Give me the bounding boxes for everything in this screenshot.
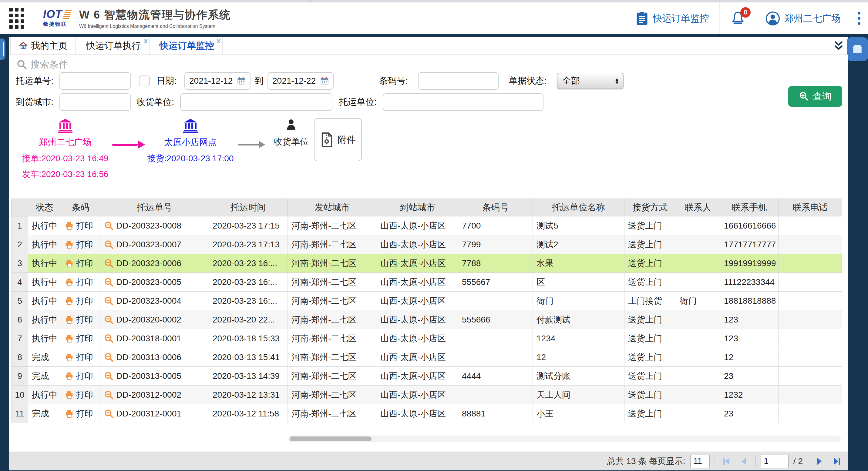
- date-label: 日期:: [156, 72, 177, 90]
- print-button[interactable]: 打印: [61, 254, 100, 273]
- printer-icon: [65, 259, 74, 268]
- column-header[interactable]: 到站城市: [377, 199, 458, 216]
- paging-next-icon: [814, 456, 825, 466]
- cell-mobile: 23: [720, 404, 778, 423]
- magnifier-minus-icon: [104, 240, 114, 249]
- left-dock-button[interactable]: [0, 38, 5, 60]
- notifications-button[interactable]: 0: [720, 2, 756, 34]
- tab-home[interactable]: 我的主页: [10, 37, 76, 54]
- column-header[interactable]: 托运单位名称: [533, 199, 624, 216]
- page-size-input[interactable]: [690, 455, 710, 468]
- row-number: 11: [11, 404, 28, 423]
- date-from-input[interactable]: 2021-12-12: [184, 72, 250, 90]
- user-menu[interactable]: 郑州二七广场: [756, 2, 850, 34]
- waybill-link[interactable]: DD-200323-0006: [100, 254, 209, 273]
- cell-company: 测试分账: [533, 367, 624, 385]
- waybill-link[interactable]: DD-200312-0002: [100, 385, 209, 404]
- app-title: W 6 智慧物流管理与协作系统: [79, 8, 231, 23]
- tab-order-execution[interactable]: 快运订单执行 x: [77, 37, 150, 54]
- table-row[interactable]: 9完成打印DD-200313-00052020-03-13 14:39河南-郑州…: [11, 367, 842, 385]
- print-button[interactable]: 打印: [61, 273, 100, 292]
- last-page-button[interactable]: [831, 456, 843, 466]
- print-button[interactable]: 打印: [61, 329, 100, 348]
- table-row[interactable]: 8完成打印DD-200313-00062020-03-13 15:41河南-郑州…: [11, 348, 842, 367]
- print-button[interactable]: 打印: [61, 235, 100, 254]
- tab-order-monitor[interactable]: 快运订单监控 x: [151, 37, 223, 54]
- select-arrows-icon: ▲▼: [615, 77, 619, 84]
- column-header[interactable]: 联系手机: [720, 199, 778, 216]
- waybill-link[interactable]: DD-200312-0001: [100, 404, 209, 423]
- table-row[interactable]: 4执行中打印DD-200323-00052020-03-23 16:...河南-…: [11, 273, 842, 292]
- cell-status: 执行中: [28, 385, 61, 404]
- table-row[interactable]: 2执行中打印DD-200323-00072020-03-23 17:13河南-郑…: [11, 235, 842, 254]
- flow-transit-node: 太原小店网点 接货:2020-03-23 17:00: [146, 118, 235, 164]
- route-flow-panel: 郑州二七广场 接单:2020-03-23 16:49 发车:2020-03-23…: [9, 118, 848, 197]
- waybill-link[interactable]: DD-200323-0004: [100, 292, 209, 310]
- print-button[interactable]: 打印: [61, 216, 100, 235]
- table-row[interactable]: 7执行中打印DD-200318-00012020-03-18 15:33河南-郑…: [11, 329, 842, 348]
- collapse-tabs-button[interactable]: [833, 37, 844, 54]
- current-page-input[interactable]: [761, 455, 788, 468]
- column-header[interactable]: 联系电话: [778, 199, 842, 216]
- search-section-header: 搜索条件: [17, 58, 68, 71]
- waybill-link[interactable]: DD-200313-0005: [100, 367, 209, 385]
- column-header[interactable]: 发站城市: [288, 199, 377, 216]
- archive-dock-button[interactable]: [847, 37, 868, 61]
- column-header[interactable]: 接货方式: [624, 199, 676, 216]
- column-header[interactable]: 托运时间: [209, 199, 288, 216]
- print-button[interactable]: 打印: [61, 404, 100, 423]
- pagination-separator: [808, 455, 808, 467]
- waybill-link[interactable]: DD-200323-0007: [100, 235, 209, 254]
- receiver-input[interactable]: [180, 93, 332, 111]
- cell-from: 河南-郑州-二七区: [288, 348, 377, 367]
- close-icon[interactable]: x: [144, 37, 148, 44]
- column-header[interactable]: 联系人: [676, 199, 720, 216]
- column-header[interactable]: 状态: [28, 199, 61, 216]
- quick-link-order-monitor[interactable]: 快运订单监控: [625, 2, 719, 34]
- table-row[interactable]: 6执行中打印DD-200320-00022020-03-20 22...河南-郑…: [11, 310, 842, 329]
- table-row[interactable]: 5执行中打印DD-200323-00042020-03-23 16:...河南-…: [11, 292, 842, 310]
- kebab-menu-icon[interactable]: [850, 2, 868, 34]
- column-header[interactable]: 托运单号: [100, 199, 209, 216]
- table-row[interactable]: 3执行中打印DD-200323-00062020-03-23 16:...河南-…: [11, 254, 842, 273]
- waybill-link[interactable]: DD-200318-0001: [100, 329, 209, 348]
- dest-city-input[interactable]: [59, 93, 131, 111]
- print-button[interactable]: 打印: [61, 310, 100, 329]
- cell-from: 河南-郑州-二七区: [288, 216, 377, 235]
- waybill-link[interactable]: DD-200323-0005: [100, 273, 209, 292]
- table-row[interactable]: 10执行中打印DD-200312-00022020-03-12 13:31河南-…: [11, 385, 842, 404]
- first-page-button[interactable]: [720, 456, 733, 466]
- waybill-link[interactable]: DD-200323-0008: [100, 216, 209, 235]
- print-button[interactable]: 打印: [61, 385, 100, 404]
- app-launcher-grid-icon[interactable]: [9, 8, 25, 29]
- close-icon[interactable]: x: [217, 37, 220, 44]
- cell-method: 送货上门: [624, 367, 676, 385]
- cell-to: 山西-太原-小店区: [377, 235, 458, 254]
- tab-label: 我的主页: [31, 40, 67, 52]
- query-button[interactable]: 查询: [788, 86, 842, 107]
- table-row[interactable]: 11完成打印DD-200312-00012020-03-12 11:58河南-郑…: [11, 404, 842, 423]
- date-to-input[interactable]: 2021-12-22: [268, 72, 334, 90]
- waybill-link[interactable]: DD-200313-0006: [100, 348, 209, 367]
- cell-time: 2020-03-23 16:...: [209, 273, 288, 292]
- table-row[interactable]: 1执行中打印DD-200323-00082020-03-23 17:15河南-郑…: [11, 216, 842, 235]
- prev-page-button[interactable]: [738, 456, 750, 466]
- next-page-button[interactable]: [813, 456, 826, 466]
- barcode-input[interactable]: [418, 72, 499, 90]
- waybill-input[interactable]: [59, 72, 131, 90]
- print-button[interactable]: 打印: [61, 292, 100, 310]
- column-header[interactable]: 条码号: [458, 199, 533, 216]
- status-select[interactable]: 全部 ▲▼: [557, 73, 624, 89]
- cell-mobile: 16616616666: [720, 216, 778, 235]
- print-button[interactable]: 打印: [61, 367, 100, 385]
- date-filter-checkbox[interactable]: [139, 75, 150, 87]
- print-button[interactable]: 打印: [61, 348, 100, 367]
- shipper-input[interactable]: [383, 93, 544, 111]
- waybill-link[interactable]: DD-200320-0002: [100, 310, 209, 329]
- scrollbar-thumb[interactable]: [290, 436, 372, 441]
- column-header[interactable]: 条码: [61, 199, 100, 216]
- cell-mobile: 17717717777: [720, 235, 778, 254]
- attachment-button[interactable]: 附件: [314, 118, 362, 161]
- horizontal-scrollbar[interactable]: [288, 436, 841, 442]
- waybill-number: DD-200323-0006: [116, 259, 181, 268]
